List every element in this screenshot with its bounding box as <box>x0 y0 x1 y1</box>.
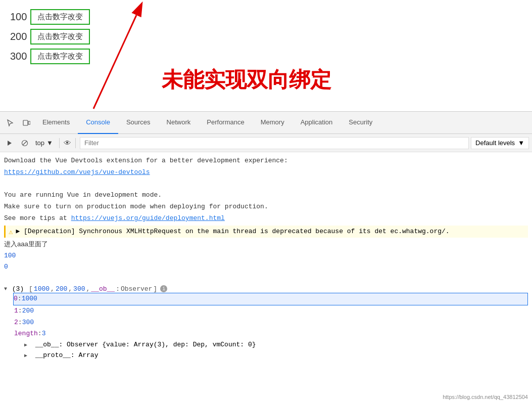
array-val-2: 300 <box>73 285 85 293</box>
page-content: 100 点击数字改变 200 点击数字改变 300 点击数字改变 未能实现双向绑… <box>0 0 532 111</box>
console-prod-tip: Make sure to turn on production mode whe… <box>4 201 528 213</box>
tab-application[interactable]: Application <box>293 112 341 134</box>
key-1: 1 <box>14 306 18 317</box>
tab-security[interactable]: Security <box>341 112 380 134</box>
console-link-line: https://github.com/vuejs/vue-devtools <box>4 167 528 178</box>
array-expand-row[interactable]: ▼ (3) [ 1000 , 200 , 300 , __ob__ : Obse… <box>4 285 528 293</box>
devtools-tabs: Elements Console Sources Network Perform… <box>0 112 532 134</box>
comma2: , <box>68 285 72 293</box>
item-button-1[interactable]: 点击数字改变 <box>30 9 90 25</box>
default-levels-label: Default levels <box>475 139 515 147</box>
device-icon[interactable] <box>19 116 33 130</box>
list-item: 200 点击数字改变 <box>10 29 522 44</box>
tab-console[interactable]: Console <box>78 112 118 134</box>
nested-proto-label: __proto__: Array <box>31 351 99 359</box>
item-button-2[interactable]: 点击数字改变 <box>30 29 90 44</box>
console-warning: ⚠ ▶ [Deprecation] Synchronous XMLHttpReq… <box>4 226 528 238</box>
key-length: length <box>14 329 38 339</box>
val-1: 200 <box>22 306 34 317</box>
svg-rect-2 <box>23 120 28 125</box>
colon-length: : <box>38 329 42 339</box>
item-number-2: 200 <box>10 31 30 42</box>
deployment-link[interactable]: https://vuejs.org/guide/deployment.html <box>71 214 225 222</box>
warning-text: ▶ [Deprecation] Synchronous XMLHttpReque… <box>16 227 449 235</box>
warning-icon: ⚠ <box>9 228 13 236</box>
console-tips-line: See more tips at https://vuejs.org/guide… <box>4 213 528 225</box>
svg-marker-4 <box>8 141 12 146</box>
default-levels-selector[interactable]: Default levels ▼ <box>471 137 529 149</box>
console-blank2 <box>4 273 528 285</box>
observer-label: Observer <box>121 285 152 293</box>
item-number-3: 300 <box>10 51 30 62</box>
array-row-1: 1 : 200 <box>14 305 528 317</box>
expand-triangle-icon: ▼ <box>4 286 7 292</box>
nested-ob-label: __ob__: Observer {value: Array(3), dep: … <box>31 341 256 348</box>
colon-2: : <box>18 318 22 328</box>
comma1: , <box>51 285 55 293</box>
devtools-toolbar2: top ▼ 👁 Default levels ▼ <box>0 134 532 152</box>
array-val-0: 1000 <box>34 285 50 293</box>
log-100: 100 <box>4 250 528 262</box>
run-icon[interactable] <box>3 137 16 150</box>
list-item: 100 点击数字改变 <box>10 9 522 25</box>
tab-performance[interactable]: Performance <box>199 112 252 134</box>
filter-input[interactable] <box>80 137 469 149</box>
cursor-icon[interactable] <box>3 116 17 130</box>
item-button-3[interactable]: 点击数字改变 <box>30 49 90 64</box>
tab-sources[interactable]: Sources <box>118 112 159 134</box>
console-line: Download the Vue Devtools extension for … <box>4 155 528 167</box>
key-2: 2 <box>14 318 18 328</box>
array-row-2: 2 : 300 <box>14 317 528 329</box>
divider <box>59 138 60 148</box>
val-0: 1000 <box>22 294 37 304</box>
array-info-icon[interactable]: i <box>160 285 167 292</box>
key-0: 0 <box>14 294 18 304</box>
console-dev-mode: You are running Vue in development mode. <box>4 190 528 201</box>
val-length: 3 <box>42 329 46 339</box>
nested-expand-icon-ob: ▶ <box>24 342 27 348</box>
divider2 <box>75 138 76 148</box>
devtools-link[interactable]: https://github.com/vuejs/vue-devtools <box>4 168 150 176</box>
context-selector[interactable]: top ▼ <box>33 138 55 148</box>
chinese-log: 进入aaa里面了 <box>4 239 528 250</box>
colon1: : <box>116 285 120 293</box>
devtools-panel: Elements Console Sources Network Perform… <box>0 111 532 402</box>
block-icon[interactable] <box>18 137 31 150</box>
array-label: (3) <box>8 285 28 293</box>
item-number-1: 100 <box>10 11 30 23</box>
colon-0: : <box>18 294 22 304</box>
tab-elements[interactable]: Elements <box>34 112 78 134</box>
nested-ob[interactable]: ▶ __ob__: Observer {value: Array(3), dep… <box>14 340 528 350</box>
console-output: Download the Vue Devtools extension for … <box>0 152 532 402</box>
array-row-0: 0 : 1000 <box>13 293 528 305</box>
tab-memory[interactable]: Memory <box>253 112 293 134</box>
default-levels-dropdown-icon: ▼ <box>518 139 524 147</box>
log-0: 0 <box>4 261 528 273</box>
array-content: 0 : 1000 1 : 200 2 : 300 length : <box>4 293 528 361</box>
array-bracket-open: [ <box>29 285 33 293</box>
page-title: 未能实现双向绑定 <box>162 66 331 94</box>
console-blank <box>4 178 528 190</box>
array-row-length: length : 3 <box>14 328 528 340</box>
svg-line-6 <box>23 141 27 145</box>
context-value: top <box>35 139 44 147</box>
array-log: ▼ (3) [ 1000 , 200 , 300 , __ob__ : Obse… <box>4 285 528 362</box>
val-2: 300 <box>22 318 34 328</box>
eye-icon[interactable]: 👁 <box>64 139 71 147</box>
array-val-1: 200 <box>56 285 67 293</box>
context-dropdown-icon: ▼ <box>46 139 53 147</box>
array-bracket-close: ] <box>153 285 157 293</box>
footer-url: https://blog.csdn.net/qq_43812504 <box>443 394 528 400</box>
svg-rect-3 <box>28 121 30 124</box>
tab-network[interactable]: Network <box>159 112 199 134</box>
comma3: , <box>86 285 90 293</box>
colon-1: : <box>18 306 22 317</box>
nested-expand-icon-proto: ▶ <box>24 353 27 359</box>
nested-proto[interactable]: ▶ __proto__: Array <box>14 350 528 361</box>
array-ob-key: __ob__ <box>91 285 115 293</box>
list-item: 300 点击数字改变 <box>10 49 522 64</box>
